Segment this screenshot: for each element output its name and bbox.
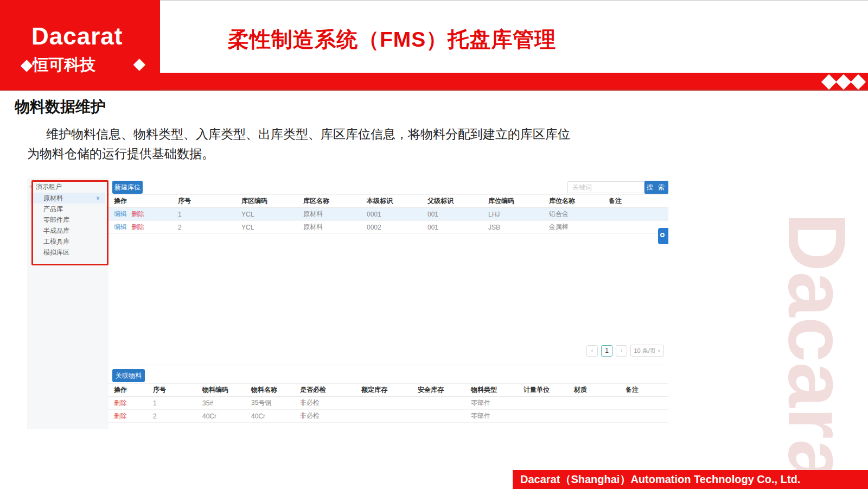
sidebar-root-node[interactable]: 演示租户 [36, 182, 62, 192]
sidebar-item-半成品库[interactable]: 半成品库 [27, 225, 108, 236]
link-icon [660, 233, 665, 237]
page-size-select[interactable]: 10 条/页 ∨ [630, 345, 664, 357]
prev-page-button[interactable]: ‹ [586, 345, 598, 357]
delete-link[interactable]: 删除 [114, 399, 127, 407]
table-cell: 非必检 [295, 397, 356, 410]
sidebar-item-label: 产品库 [43, 205, 63, 213]
table-cell: 2 [173, 221, 236, 234]
table-cell [356, 410, 412, 423]
column-header: 物料名称 [246, 384, 295, 397]
column-header: 库区编码 [236, 195, 298, 208]
column-header: 操作 [108, 384, 148, 397]
table-cell: 零部件 [465, 397, 518, 410]
table-cell: LHJ [483, 208, 544, 221]
column-header: 计量单位 [518, 384, 569, 397]
sidebar-item-零部件库[interactable]: 零部件库 [27, 214, 108, 225]
next-page-button[interactable]: › [616, 345, 627, 357]
logo-subtitle-text: ◆恒可科技 [21, 54, 95, 76]
current-page-button[interactable]: 1 [601, 345, 612, 357]
material-table: 操作序号物料编码物料名称是否必检额定库存安全库存物料类型计量单位材质备注 删除1… [108, 383, 668, 423]
table-cell: 35号钢 [246, 397, 295, 410]
column-header: 库位编码 [483, 195, 544, 208]
table-cell [569, 410, 620, 423]
body-paragraph-line2: 为物料仓储的运行提供基础数据。 [27, 145, 214, 162]
sidebar: ▸ 演示租户 原材料∨产品库零部件库半成品库工模具库模拟库区 [27, 178, 108, 429]
sidebar-item-label: 工模具库 [43, 238, 69, 245]
chevron-down-icon: ∨ [658, 348, 661, 353]
sidebar-item-原材料[interactable]: 原材料∨ [30, 193, 105, 204]
delete-link[interactable]: 删除 [114, 412, 127, 420]
sidebar-item-label: 原材料 [43, 194, 63, 202]
app-screenshot: ▸ 演示租户 原材料∨产品库零部件库半成品库工模具库模拟库区 新建库位 搜 索 … [27, 178, 668, 429]
logo-block: Dacarat ◆恒可科技 ◆ [0, 0, 160, 90]
column-header: 备注 [620, 384, 668, 397]
footer-company-text: Dacarat（Shanghai）Automation Technology C… [520, 470, 800, 489]
sidebar-item-label: 模拟库区 [43, 249, 69, 256]
chevron-down-icon: ∨ [96, 193, 100, 204]
table-cell: 1 [173, 208, 236, 221]
column-header: 父级标识 [422, 195, 483, 208]
body-paragraph-line1: 维护物料信息、物料类型、入库类型、出库类型、库区库位信息，将物料分配到建立的库区… [46, 126, 570, 143]
table-cell: 原材料 [298, 208, 361, 221]
diamond-icon [851, 74, 866, 89]
column-header: 库位名称 [544, 195, 603, 208]
table-cell: 2 [148, 410, 197, 423]
sidebar-item-工模具库[interactable]: 工模具库 [27, 236, 108, 247]
logo-text: Dacarat [31, 23, 140, 50]
table-cell: 001 [422, 221, 483, 234]
edit-link[interactable]: 编辑 [114, 223, 127, 231]
action-cell: 删除 [108, 410, 148, 423]
edit-link[interactable]: 编辑 [114, 210, 127, 218]
table-cell: 0001 [361, 208, 422, 221]
diamond-icon [836, 74, 851, 89]
delete-link[interactable]: 删除 [131, 223, 144, 231]
search-input[interactable] [567, 181, 644, 193]
table-cell: 非必检 [295, 410, 356, 423]
table-cell: 40Cr [246, 410, 295, 423]
side-link-button[interactable] [658, 228, 668, 244]
column-header: 本级标识 [361, 195, 422, 208]
column-header: 序号 [173, 195, 236, 208]
column-header: 备注 [603, 195, 668, 208]
sidebar-item-产品库[interactable]: 产品库 [27, 204, 108, 214]
page-size-value: 10 条/页 [634, 347, 655, 355]
table-cell: 金属棒 [544, 221, 603, 234]
table-row: 删除240Cr40Cr非必检零部件 [108, 410, 668, 423]
sidebar-item-label: 零部件库 [43, 216, 69, 224]
delete-link[interactable]: 删除 [131, 210, 144, 218]
table-cell: YCL [236, 221, 298, 234]
section-divider [108, 365, 668, 365]
pagination: ‹ 1 › 10 条/页 ∨ [108, 344, 664, 358]
table-cell: 0002 [361, 221, 422, 234]
column-header: 材质 [569, 384, 620, 397]
sidebar-item-模拟库区[interactable]: 模拟库区 [27, 247, 108, 258]
slide: Dacarat ◆恒可科技 ◆ 柔性制造系统（FMS）托盘库管理 物料数据维护 … [0, 0, 868, 489]
table-cell [620, 410, 668, 423]
search-button[interactable]: 搜 索 [644, 181, 668, 194]
diamond-icon [821, 74, 837, 89]
watermark-text: Dacarat [770, 213, 864, 489]
column-header: 物料编码 [197, 384, 246, 397]
table-row: 删除135#35号钢非必检零部件 [108, 397, 668, 410]
associate-material-button[interactable]: 关联物料 [112, 369, 145, 382]
section-heading: 物料数据维护 [15, 97, 106, 117]
column-header: 库区名称 [298, 195, 361, 208]
diamond-icon: ◆ [133, 54, 145, 76]
table-cell: JSB [483, 221, 544, 234]
table-cell: 001 [422, 208, 483, 221]
table-cell: 原材料 [298, 221, 361, 234]
new-location-button[interactable]: 新建库位 [112, 181, 143, 194]
table-cell: YCL [236, 208, 298, 221]
action-cell: 删除 [108, 397, 148, 410]
table-cell: 35# [197, 397, 246, 410]
table-cell [412, 397, 465, 410]
table-header-row: 操作序号物料编码物料名称是否必检额定库存安全库存物料类型计量单位材质备注 [108, 384, 668, 397]
table-cell [412, 410, 465, 423]
table-cell: 40Cr [197, 410, 246, 423]
main-panel: 新建库位 搜 索 操作序号库区编码库区名称本级标识父级标识库位编码库位名称备注 … [108, 178, 668, 429]
page-title: 柔性制造系统（FMS）托盘库管理 [228, 25, 556, 54]
table-cell [603, 208, 668, 221]
column-header: 序号 [148, 384, 197, 397]
table-cell [518, 410, 569, 423]
logo-subtitle: ◆恒可科技 ◆ [21, 54, 145, 76]
